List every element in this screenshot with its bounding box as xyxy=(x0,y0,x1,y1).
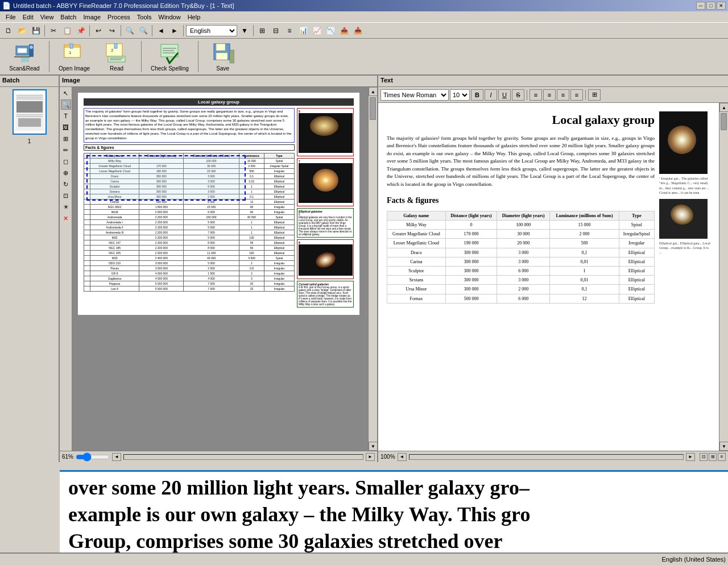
text-hscroll-left[interactable]: ◄ xyxy=(398,453,407,461)
align-left-button[interactable]: ≡ xyxy=(530,89,542,101)
text-scroll-down[interactable]: ▼ xyxy=(719,442,728,451)
menu-tools[interactable]: Tools xyxy=(134,13,155,22)
zoom-tool[interactable]: 🔍 xyxy=(61,99,71,110)
tb-btn-extra5[interactable]: 📈 xyxy=(311,24,323,37)
batch-page-thumb[interactable] xyxy=(13,89,47,135)
menu-process[interactable]: Process xyxy=(104,13,134,22)
menu-edit[interactable]: Edit xyxy=(19,13,37,22)
redo-button[interactable]: ↪ xyxy=(106,24,118,37)
menu-image[interactable]: Image xyxy=(80,13,105,22)
scroll-down-arrow[interactable]: ▼ xyxy=(369,442,377,451)
open-button[interactable]: 📂 xyxy=(16,24,28,37)
thumb-table xyxy=(18,118,41,127)
check-spelling-label: Check Spelling xyxy=(151,65,189,72)
zoom-out-button[interactable]: 🔍 xyxy=(123,24,136,37)
svg-point-3 xyxy=(30,45,33,49)
menu-window[interactable]: Window xyxy=(155,13,184,22)
view-btn-2[interactable]: ⊞ xyxy=(709,453,717,461)
view-btn-3[interactable]: ≡ xyxy=(718,453,726,461)
svg-text:2: 2 xyxy=(111,48,114,53)
batch-panel: Batch 1 xyxy=(0,76,60,462)
picture-tool[interactable]: 🖼 xyxy=(61,122,71,132)
table-tool[interactable]: ⊞ xyxy=(61,134,71,144)
save-tb-button[interactable]: 💾 xyxy=(30,24,42,37)
close-button[interactable]: ✕ xyxy=(717,2,726,10)
underline-button[interactable]: U xyxy=(498,89,511,101)
brightness-tool[interactable]: ☀ xyxy=(61,202,71,212)
image-scroll-right[interactable]: ► xyxy=(366,453,375,461)
save-big-button[interactable]: 4 Save xyxy=(203,39,243,74)
image-hscrollbar[interactable] xyxy=(123,454,363,460)
titlebar-controls[interactable]: ─ □ ✕ xyxy=(696,2,726,10)
pencil-tool[interactable]: ✏ xyxy=(61,145,71,155)
img-box-7: 7 xyxy=(297,158,354,206)
next-page-button[interactable]: ► xyxy=(168,24,181,37)
select-tool[interactable]: ↖ xyxy=(61,88,71,98)
image-zoom-slider[interactable] xyxy=(76,454,110,460)
image-scrollbar-vertical[interactable]: ▲ ▼ xyxy=(368,87,377,451)
strikethrough-button[interactable]: S xyxy=(512,89,524,101)
align-justify-button[interactable]: ≡ xyxy=(570,89,583,101)
menu-file[interactable]: File xyxy=(2,13,19,22)
read-button[interactable]: 2 Read xyxy=(97,39,136,74)
scan-read-icon xyxy=(13,41,36,64)
new-button[interactable]: 🗋 xyxy=(2,24,15,37)
align-right-button[interactable]: ≡ xyxy=(557,89,569,101)
toolbar-separator-1 xyxy=(44,25,45,36)
tb-btn-extra3[interactable]: ≡ xyxy=(283,24,296,37)
svg-rect-15 xyxy=(108,56,125,62)
prev-page-button[interactable]: ◄ xyxy=(155,24,167,37)
text-hscroll-right[interactable]: ► xyxy=(686,453,695,461)
language-select[interactable]: English xyxy=(186,25,237,36)
check-spelling-icon: 3 xyxy=(158,41,181,64)
tb-btn-extra8[interactable]: 📥 xyxy=(351,24,364,37)
paste-button[interactable]: 📌 xyxy=(75,24,87,37)
text-scrollbar-vertical[interactable]: ▲ ▼ xyxy=(719,103,728,451)
crosshair-tool[interactable]: ⊕ xyxy=(61,168,71,178)
table-row: Carina300 0003 0000,01Elliptical xyxy=(387,257,655,266)
menu-batch[interactable]: Batch xyxy=(57,13,80,22)
svg-rect-1 xyxy=(18,48,27,53)
tb-btn-extra6[interactable]: 📉 xyxy=(324,24,337,37)
maximize-button[interactable]: □ xyxy=(706,2,715,10)
zoom-in-button[interactable]: 🔍 xyxy=(137,24,150,37)
text-zone-tool[interactable]: T xyxy=(61,111,71,121)
align-center-button[interactable]: ≡ xyxy=(543,89,556,101)
bold-button[interactable]: B xyxy=(471,89,483,101)
italic-button[interactable]: I xyxy=(485,89,497,101)
thumb-line xyxy=(16,95,43,96)
delete-tool[interactable]: ✕ xyxy=(61,213,71,223)
scroll-up-arrow[interactable]: ▲ xyxy=(369,87,377,96)
lang-dropdown-button[interactable]: ▼ xyxy=(238,24,251,37)
text-label: Text xyxy=(380,77,393,84)
image-scroll-left[interactable]: ◄ xyxy=(112,453,121,461)
menu-view[interactable]: View xyxy=(37,13,57,22)
tb-btn-extra2[interactable]: ⊟ xyxy=(270,24,282,37)
undo-button[interactable]: ↩ xyxy=(92,24,105,37)
image-viewport[interactable]: Local galaxy group The majority of galax… xyxy=(72,87,368,451)
open-image-button[interactable]: 1 Open Image xyxy=(54,39,94,74)
cut-button[interactable]: ✂ xyxy=(47,24,60,37)
menu-help[interactable]: Help xyxy=(184,13,204,22)
thumb-line xyxy=(16,98,43,99)
text-hscrollbar[interactable] xyxy=(409,454,684,460)
indent-button[interactable]: ⊞ xyxy=(588,89,601,101)
text-scroll-thumb[interactable] xyxy=(721,113,727,130)
copy-button[interactable]: 📋 xyxy=(61,24,73,37)
tb-btn-extra7[interactable]: 📤 xyxy=(338,24,350,37)
eraser-tool[interactable]: ◻ xyxy=(61,156,71,167)
rotate-tool[interactable]: ↻ xyxy=(61,179,71,189)
scroll-thumb[interactable] xyxy=(370,97,376,120)
check-spelling-button[interactable]: 3 Check Spelling xyxy=(146,39,193,74)
tb-btn-extra1[interactable]: ⊞ xyxy=(256,24,268,37)
crop-tool[interactable]: ⊡ xyxy=(61,190,71,201)
text-scroll-up[interactable]: ▲ xyxy=(719,103,728,112)
bottom-line-1: over some 20 million light years. Smalle… xyxy=(68,475,719,501)
minimize-button[interactable]: ─ xyxy=(696,2,705,10)
font-size-select[interactable]: 10 xyxy=(450,89,470,101)
scan-read-button[interactable]: Scan&Read xyxy=(5,39,44,74)
tb-btn-extra4[interactable]: 📊 xyxy=(297,24,309,37)
font-select[interactable]: Times New Roman xyxy=(380,89,449,101)
text-viewport[interactable]: Local galaxy group The majority of galax… xyxy=(378,103,719,451)
view-btn-1[interactable]: ⊡ xyxy=(700,453,708,461)
